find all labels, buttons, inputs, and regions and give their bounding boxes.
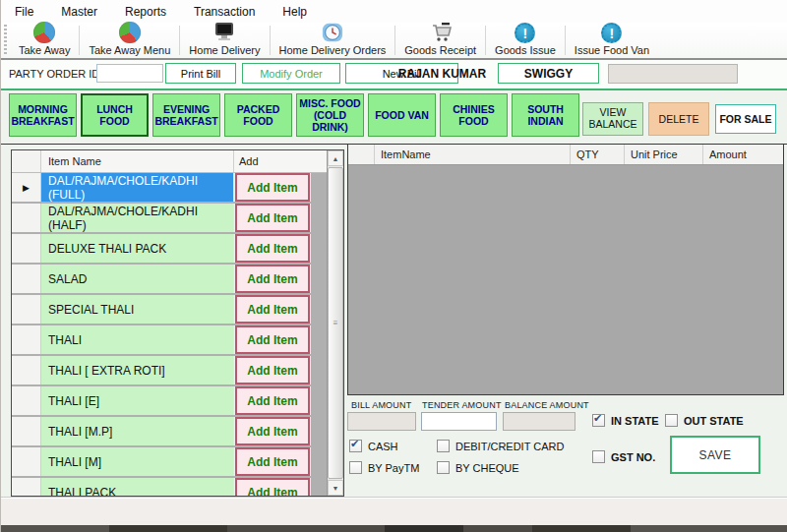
add-item-button[interactable]: Add Item <box>235 447 310 476</box>
item-name-cell[interactable]: SALAD <box>41 265 234 293</box>
category-food-van[interactable]: FOOD VAN <box>368 93 436 137</box>
table-row[interactable]: THALI PACK Add Item <box>12 478 327 497</box>
add-item-button[interactable]: Add Item <box>235 417 310 445</box>
checkbox-icon[interactable] <box>349 461 362 474</box>
bill-qty-header[interactable]: QTY <box>571 145 625 164</box>
issue-food-van-button[interactable]: Issue Food Van <box>566 23 658 58</box>
category-misc-food[interactable]: MISC. FOOD (COLD DRINK) <box>296 93 364 137</box>
table-row[interactable]: SPECIAL THALI Add Item <box>12 295 327 324</box>
table-row[interactable]: THALI [M] Add Item <box>12 447 327 476</box>
out-state-checkbox[interactable]: OUT STATE <box>665 414 744 427</box>
table-row[interactable]: THALI [E] Add Item <box>12 386 327 415</box>
item-grid: Item Name Add ▶ DAL/RAJMA/CHOLE/KADHI (F… <box>11 149 344 497</box>
menu-reports[interactable]: Reports <box>111 2 180 22</box>
item-name-column-header[interactable]: Item Name <box>41 150 234 172</box>
add-item-button[interactable]: Add Item <box>235 386 310 415</box>
by-paytm-checkbox[interactable]: BY PayTM <box>349 461 419 474</box>
tender-amount-label: TENDER AMOUNT <box>422 400 502 410</box>
checkbox-icon[interactable] <box>437 440 450 452</box>
table-row[interactable]: DELUXE THALI PACK Add Item <box>12 234 327 263</box>
goods-issue-button[interactable]: Goods Issue <box>486 23 565 58</box>
add-item-button[interactable]: Add Item <box>235 356 310 384</box>
home-delivery-orders-button[interactable]: Home Delivery Orders <box>271 23 395 58</box>
table-row[interactable]: ▶ DAL/RAJMA/CHOLE/KADHI (FULL) Add Item <box>12 173 327 202</box>
item-name-cell[interactable]: THALI PACK <box>41 478 234 497</box>
checkbox-icon[interactable] <box>665 414 678 427</box>
delete-button[interactable]: DELETE <box>648 102 709 136</box>
party-order-id-input[interactable] <box>96 64 163 83</box>
cash-checkbox[interactable]: CASH <box>349 440 398 452</box>
add-item-button[interactable]: Add Item <box>235 204 310 232</box>
item-name-cell[interactable]: DAL/RAJMA/CHOLE/KADHI (FULL) <box>41 173 234 202</box>
table-row[interactable]: SALAD Add Item <box>12 265 327 293</box>
toolbar-button-label: Goods Receipt <box>404 44 476 56</box>
category-lunch-food[interactable]: LUNCH FOOD <box>81 93 149 137</box>
checkbox-icon[interactable] <box>349 440 362 452</box>
category-chinies-food[interactable]: CHINIES FOOD <box>440 93 508 137</box>
menu-master[interactable]: Master <box>47 2 111 22</box>
take-away-button[interactable]: Take Away <box>10 23 79 58</box>
table-row[interactable]: DAL/RAJMA/CHOLE/KADHI (HALF) Add Item <box>12 204 327 232</box>
checkbox-icon[interactable] <box>592 450 605 463</box>
item-name-cell[interactable]: THALI [ EXTRA ROTI] <box>41 356 234 384</box>
category-packed-food[interactable]: PACKED FOOD <box>224 93 292 137</box>
add-item-button[interactable]: Add Item <box>235 234 310 263</box>
bill-itemname-header[interactable]: ItemName <box>375 145 571 164</box>
by-cheque-checkbox[interactable]: BY CHEQUE <box>437 461 519 474</box>
gst-no-checkbox[interactable]: GST NO. <box>592 450 655 463</box>
monitor-icon <box>212 22 236 43</box>
print-bill-button[interactable]: Print Bill <box>165 63 236 84</box>
item-name-cell[interactable]: DAL/RAJMA/CHOLE/KADHI (HALF) <box>41 204 234 232</box>
item-grid-scrollbar[interactable]: ▲ ≡ ▼ <box>327 150 343 496</box>
modify-order-button[interactable]: Modify Order <box>242 63 340 84</box>
table-row[interactable]: THALI [ EXTRA ROTI] Add Item <box>12 356 327 384</box>
add-item-button[interactable]: Add Item <box>235 325 310 354</box>
bill-amount-label: BILL AMOUNT <box>351 400 411 410</box>
bill-amount-header[interactable]: Amount <box>703 145 783 164</box>
category-morning-breakfast[interactable]: MORNING BREAKFAST <box>9 93 77 137</box>
scroll-up-icon[interactable]: ▲ <box>328 150 343 166</box>
item-name-cell[interactable]: THALI [M.P] <box>41 417 234 445</box>
add-column-header[interactable]: Add <box>234 150 311 172</box>
checkbox-icon[interactable] <box>592 414 605 427</box>
table-row[interactable]: THALI Add Item <box>12 325 327 354</box>
save-button[interactable]: SAVE <box>670 436 760 474</box>
toolbar-gripper <box>2 25 9 56</box>
add-item-button[interactable]: Add Item <box>235 173 310 202</box>
item-name-cell[interactable]: THALI [E] <box>41 386 234 415</box>
category-south-indian[interactable]: SOUTH INDIAN <box>512 93 579 137</box>
item-name-cell[interactable]: THALI [M] <box>41 447 234 476</box>
category-row: MORNING BREAKFAST LUNCH FOOD EVENING BRE… <box>1 90 787 144</box>
menu-transaction[interactable]: Transaction <box>180 2 269 22</box>
menu-help[interactable]: Help <box>269 2 321 22</box>
scroll-down-icon[interactable]: ▼ <box>328 480 343 496</box>
checkbox-icon[interactable] <box>437 461 450 474</box>
bill-unitprice-header[interactable]: Unit Price <box>625 145 703 164</box>
pie-chart-icon <box>119 22 141 43</box>
view-balance-button[interactable]: VIEW BALANCE <box>582 102 643 136</box>
add-item-button[interactable]: Add Item <box>235 478 310 497</box>
channel-label: SWIGGY <box>498 63 599 84</box>
debit-credit-card-checkbox[interactable]: DEBIT/CREDIT CARD <box>437 440 564 452</box>
party-order-id-label: PARTY ORDER ID : <box>9 68 105 80</box>
add-item-button[interactable]: Add Item <box>235 265 310 293</box>
item-name-cell[interactable]: THALI <box>41 325 234 354</box>
table-row[interactable]: THALI [M.P] Add Item <box>12 417 327 445</box>
home-delivery-button[interactable]: Home Delivery <box>180 23 269 58</box>
menu-file[interactable]: File <box>1 2 47 22</box>
for-sale-button[interactable]: FOR SALE <box>715 104 776 134</box>
tender-amount-field[interactable] <box>421 412 497 431</box>
take-away-menu-button[interactable]: Take Away Menu <box>80 23 179 58</box>
item-name-cell[interactable]: DELUXE THALI PACK <box>41 234 234 263</box>
item-name-cell[interactable]: SPECIAL THALI <box>41 295 234 324</box>
scrollbar-thumb[interactable]: ≡ <box>328 167 343 479</box>
add-item-button[interactable]: Add Item <box>235 295 310 324</box>
category-evening-breakfast[interactable]: EVENING BREAKFAST <box>152 93 220 137</box>
item-grid-header: Item Name Add <box>12 150 327 173</box>
menu-bar: File Master Reports Transaction Help <box>1 0 787 24</box>
in-state-checkbox[interactable]: IN STATE <box>592 414 658 427</box>
toolbar-button-label: Take Away Menu <box>89 44 170 56</box>
goods-receipt-button[interactable]: Goods Receipt <box>395 23 485 58</box>
row-header-column <box>348 145 375 164</box>
order-bar: PARTY ORDER ID : Print Bill Modify Order… <box>1 60 787 90</box>
